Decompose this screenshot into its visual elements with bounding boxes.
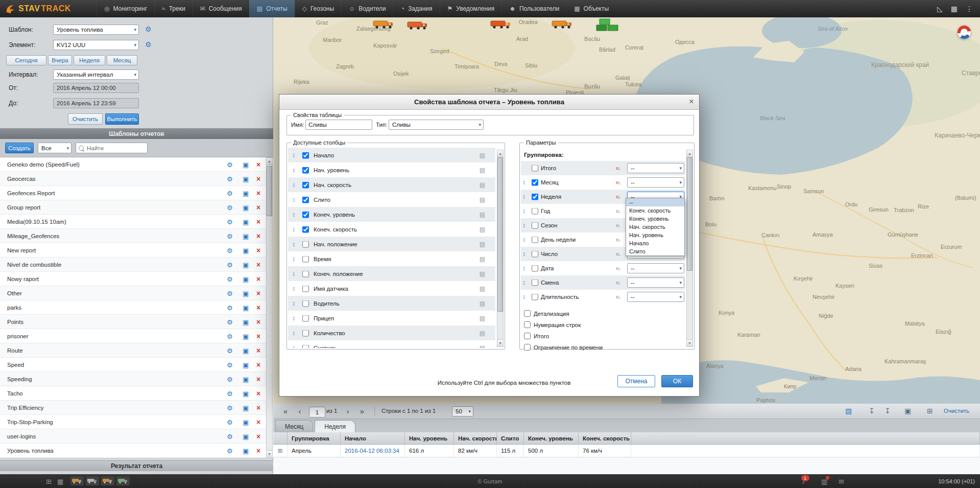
scroll-down-icon[interactable]: ▼	[687, 339, 692, 346]
unit-marker-truck[interactable]	[373, 19, 394, 31]
ok-button[interactable]: ОК	[661, 375, 693, 387]
column-checkbox[interactable]	[302, 181, 309, 188]
delete-icon[interactable]: ×	[256, 232, 260, 240]
extra-option-total[interactable]: Итого	[524, 333, 549, 339]
delete-icon[interactable]: ×	[256, 432, 260, 440]
copy-icon[interactable]: ▣	[243, 389, 249, 397]
extra-option-detail[interactable]: Детализация	[524, 310, 569, 317]
column-row[interactable]: ↕Прицеп▤	[288, 311, 495, 326]
chat-icon[interactable]: ✉	[839, 477, 844, 485]
edit-icon[interactable]: ⚙	[227, 418, 233, 426]
drag-handle-icon[interactable]: ↕	[522, 222, 525, 229]
header-cell[interactable]: Слито	[497, 432, 524, 445]
column-row[interactable]: ↕Количество▤	[288, 326, 495, 340]
template-row[interactable]: parks⚙▣×	[0, 300, 273, 315]
numbering-checkbox[interactable]	[524, 321, 531, 328]
grouping-row-shift[interactable]: ↕Смена≡↓--	[521, 275, 685, 290]
cells-view-icon[interactable]: ▦	[57, 477, 63, 485]
column-checkbox[interactable]	[302, 270, 309, 277]
drag-handle-icon[interactable]: ↕	[522, 193, 525, 200]
page-first-button[interactable]: «	[280, 406, 291, 416]
delete-icon[interactable]: ×	[256, 346, 260, 355]
sort-icon[interactable]: ≡↓	[616, 194, 620, 200]
templates-filter-select[interactable]: Все	[38, 143, 71, 153]
page-prev-button[interactable]: ‹	[295, 406, 305, 416]
column-checkbox[interactable]	[302, 241, 309, 247]
template-row[interactable]: Trip Efficiency⚙▣×	[0, 401, 273, 415]
nav-item-drivers[interactable]: ☺Водители	[341, 0, 393, 17]
grouping-select[interactable]: --	[627, 277, 684, 288]
grouping-checkbox[interactable]	[532, 237, 538, 243]
template-row[interactable]: Speed⚙▣×	[0, 358, 273, 372]
template-row[interactable]: Points⚙▣×	[0, 315, 273, 329]
header-cell[interactable]: Нач. скорость	[454, 432, 497, 445]
column-checkbox[interactable]	[302, 344, 309, 348]
nav-item-mess2ages[interactable]: ✉Сообщения	[193, 0, 249, 17]
grouping-checkbox[interactable]	[532, 208, 538, 215]
copy-icon[interactable]: ▣	[243, 346, 249, 354]
template-row[interactable]: Mileage_Geofences⚙▣×	[0, 229, 273, 243]
copy-icon[interactable]: ▣	[243, 232, 249, 240]
header-cell[interactable]: Группировка	[288, 432, 341, 445]
tab-month[interactable]: Месяц	[275, 420, 313, 432]
header-cell[interactable]: Нач. уровень	[405, 432, 454, 445]
column-row[interactable]: ↕Конеч. положение▤	[288, 266, 495, 281]
copy-icon[interactable]: ▣	[243, 432, 249, 440]
edit-icon[interactable]: ⚙	[227, 361, 233, 368]
template-select[interactable]: Уровень топлива	[53, 25, 139, 35]
drag-handle-icon[interactable]: ↕	[292, 344, 295, 348]
drag-handle-icon[interactable]: ↕	[292, 241, 295, 248]
column-row[interactable]: ↕Начало▤	[288, 148, 495, 162]
nav-item-jobs[interactable]: ◔Задания	[393, 0, 440, 17]
edit-icon[interactable]: ⚙	[227, 189, 233, 197]
table-icon[interactable]: ▤	[480, 181, 485, 189]
unit-mini-icon[interactable]	[86, 476, 99, 485]
dropdown-option[interactable]: Нач. уровень	[626, 231, 684, 239]
sort-icon[interactable]: ≡↓	[616, 294, 620, 300]
tab-week[interactable]: Неделя	[315, 420, 355, 432]
grouping-checkbox[interactable]	[532, 265, 538, 272]
drag-handle-icon[interactable]: ↕	[292, 270, 295, 277]
delete-icon[interactable]: ×	[256, 418, 260, 426]
grouping-checkbox[interactable]	[532, 179, 538, 186]
delete-icon[interactable]: ×	[256, 318, 260, 326]
sort-icon[interactable]: ≡↓	[616, 166, 620, 171]
copy-icon[interactable]: ▣	[243, 289, 249, 297]
table-type-select[interactable]: Сливы	[389, 120, 484, 130]
copy-icon[interactable]: ▣	[243, 189, 249, 197]
column-row[interactable]: ↕Конеч. уровень▤	[288, 207, 495, 222]
edit-icon[interactable]: ⚙	[227, 160, 233, 168]
table-icon[interactable]: ▤	[480, 270, 485, 277]
delete-icon[interactable]: ×	[256, 375, 260, 383]
drag-handle-icon[interactable]: ↕	[292, 181, 295, 189]
delete-icon[interactable]: ×	[256, 246, 260, 254]
drag-handle-icon[interactable]: ↕	[292, 152, 295, 159]
column-checkbox[interactable]	[302, 315, 309, 321]
edit-icon[interactable]: ⚙	[227, 304, 233, 311]
drag-handle-icon[interactable]: ↕	[292, 300, 295, 307]
column-row[interactable]: ↕Нач. положение▤	[288, 237, 495, 251]
table-icon[interactable]: ▤	[480, 196, 485, 203]
dropdown-option[interactable]: --	[626, 198, 684, 206]
cell-start-link[interactable]: 2016-04-12 06:03:34	[341, 445, 405, 457]
delete-icon[interactable]: ×	[256, 304, 260, 312]
copy-icon[interactable]: ▣	[243, 418, 249, 426]
page-last-button[interactable]: »	[357, 406, 367, 416]
ruler-icon[interactable]: ◺	[937, 5, 943, 13]
total-checkbox[interactable]	[524, 333, 531, 339]
search-input[interactable]	[86, 145, 147, 152]
edit-icon[interactable]: ⚙	[227, 375, 233, 383]
edit-icon[interactable]: ⚙	[227, 346, 233, 354]
table-icon[interactable]: ▤	[480, 315, 485, 322]
delete-icon[interactable]: ×	[256, 361, 260, 369]
grouping-checkbox[interactable]	[532, 194, 538, 200]
delete-icon[interactable]: ×	[256, 404, 260, 412]
template-row[interactable]: Route⚙▣×	[0, 343, 273, 358]
template-row[interactable]: New report⚙▣×	[0, 243, 273, 258]
edit-icon[interactable]: ⚙	[227, 175, 233, 182]
page-size-select[interactable]: 50	[452, 406, 473, 416]
delete-icon[interactable]: ×	[256, 261, 260, 269]
template-row[interactable]: Group report⚙▣×	[0, 200, 273, 215]
column-row[interactable]: ↕Счетчик▤	[288, 340, 495, 348]
page-next-button[interactable]: ›	[343, 406, 353, 416]
